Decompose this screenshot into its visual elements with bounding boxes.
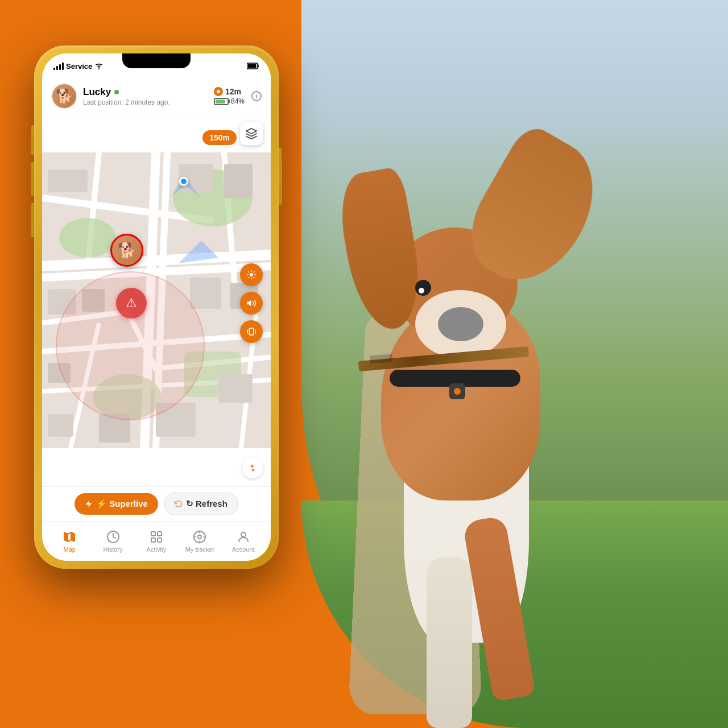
phone-outer: Service <box>34 46 279 569</box>
tab-map[interactable]: Map <box>48 530 91 553</box>
tab-account[interactable]: Account <box>222 530 265 553</box>
tab-activity-label: Activity <box>147 546 167 553</box>
svg-rect-10 <box>48 169 88 192</box>
online-indicator <box>114 90 119 94</box>
refresh-label: ↻ Refresh <box>186 499 228 509</box>
vibrate-icon <box>246 326 257 337</box>
battery-percent: 84% <box>231 97 245 105</box>
tab-tracker-label: My tracker <box>185 546 214 553</box>
pet-name-container: Lucky <box>83 86 170 98</box>
signal-bar-4 <box>62 63 64 70</box>
status-right <box>247 63 259 69</box>
battery-fill <box>216 100 225 104</box>
svg-point-0 <box>98 68 100 69</box>
svg-rect-13 <box>190 278 221 309</box>
svg-rect-9 <box>224 164 253 198</box>
tracker-tab-icon <box>192 530 207 544</box>
svg-point-5 <box>59 218 116 258</box>
svg-rect-27 <box>158 538 162 542</box>
svg-rect-22 <box>249 328 254 335</box>
battery-bar <box>214 98 229 105</box>
dog-marker: 🐕 <box>110 234 143 267</box>
superlive-label: ⚡ Superlive <box>96 499 148 509</box>
superlive-button[interactable]: ⚡ Superlive <box>75 493 158 515</box>
map-svg <box>42 114 271 486</box>
pet-info-right: 12m 84% i <box>214 87 262 105</box>
svg-rect-26 <box>151 538 155 542</box>
wifi-icon <box>94 63 104 69</box>
phone-screen: Service <box>42 53 271 561</box>
pet-info-left: 🐕 Lucky Last position: 2 minutes ago. <box>51 83 170 109</box>
bottom-actions: ⚡ Superlive ↻ Refresh <box>42 486 271 521</box>
distance-value: 12m <box>225 87 241 96</box>
tab-account-label: Account <box>232 546 255 553</box>
account-tab-icon <box>236 530 251 544</box>
signal-bar-3 <box>59 64 61 70</box>
map-container[interactable]: 🐕 ⚠ <box>42 114 271 486</box>
carrier-name: Service <box>66 62 92 71</box>
pet-header: 🐕 Lucky Last position: 2 minutes ago. <box>42 78 271 114</box>
sound-icon <box>246 298 257 308</box>
background: Service <box>0 0 728 728</box>
last-position: Last position: 2 minutes ago. <box>83 98 170 106</box>
map-tab-icon <box>62 530 77 544</box>
alert-zone-icon: ⚠ <box>116 288 147 318</box>
layers-icon <box>245 127 258 140</box>
pet-avatar: 🐕 <box>51 83 77 109</box>
location-dot-icon <box>214 87 223 96</box>
tab-my-tracker[interactable]: My tracker <box>178 530 221 553</box>
light-icon <box>246 270 257 280</box>
distance-info: 12m 84% <box>214 87 245 105</box>
activity-icon <box>150 530 163 544</box>
history-icon <box>106 530 120 544</box>
background-scene <box>301 0 728 728</box>
distance-badge: 150m <box>202 130 237 145</box>
account-icon <box>237 530 250 544</box>
svg-point-29 <box>241 532 246 537</box>
user-location-dot <box>179 177 188 186</box>
phone: Service <box>34 46 279 569</box>
tab-map-label: Map <box>64 546 76 553</box>
map-icon <box>63 530 76 544</box>
svg-rect-24 <box>151 532 155 536</box>
location-distance: 12m <box>214 87 245 96</box>
tab-history[interactable]: History <box>91 530 134 553</box>
svg-rect-15 <box>218 374 253 403</box>
lightning-icon <box>85 500 93 508</box>
phone-notch <box>122 53 191 68</box>
battery-icon <box>247 63 259 69</box>
map-layers-button[interactable] <box>240 122 263 145</box>
dog-photo-area <box>301 0 728 728</box>
signal-bar-2 <box>56 66 58 70</box>
svg-point-28 <box>198 535 201 539</box>
battery-info: 84% <box>214 97 245 105</box>
navigation-button[interactable] <box>242 458 263 478</box>
vibrate-button[interactable] <box>240 320 263 343</box>
svg-rect-25 <box>158 532 162 536</box>
pet-details: Lucky Last position: 2 minutes ago. <box>83 86 170 106</box>
info-button[interactable]: i <box>251 91 262 101</box>
svg-point-21 <box>250 273 253 276</box>
tracker-icon <box>193 530 206 544</box>
signal-bar-1 <box>53 68 55 70</box>
svg-rect-2 <box>248 64 257 68</box>
pet-name: Lucky <box>83 86 111 98</box>
status-bar: Service <box>42 53 271 78</box>
tab-history-label: History <box>103 546 122 553</box>
carrier-info: Service <box>53 62 104 71</box>
floating-controls <box>240 263 263 343</box>
history-tab-icon <box>106 530 121 544</box>
tab-bar: Map History <box>42 521 271 561</box>
signal-bars <box>53 62 64 70</box>
sound-button[interactable] <box>240 292 263 315</box>
activity-tab-icon <box>149 530 164 544</box>
tab-activity[interactable]: Activity <box>135 530 178 553</box>
refresh-button[interactable]: ↻ Refresh <box>164 493 238 515</box>
light-button[interactable] <box>240 263 263 286</box>
svg-rect-17 <box>48 414 73 437</box>
refresh-icon <box>175 500 183 508</box>
compass-icon <box>248 464 257 473</box>
